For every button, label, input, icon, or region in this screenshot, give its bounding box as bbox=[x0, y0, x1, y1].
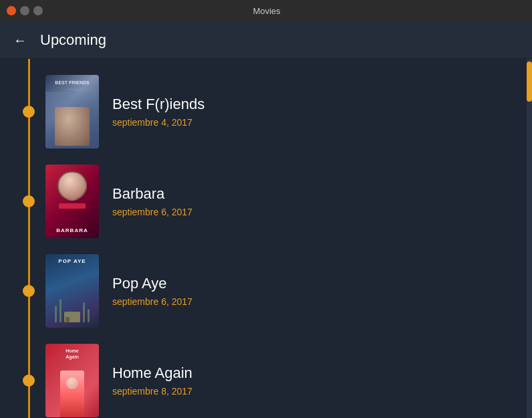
main-container: BEST FRIENDS · · · · · · Best F(r)iends … bbox=[0, 59, 532, 418]
list-item[interactable]: BEST FRIENDS · · · · · · Best F(r)iends … bbox=[0, 67, 532, 156]
movie-title: Home Again bbox=[112, 364, 192, 382]
timeline-dot bbox=[23, 106, 35, 118]
title-bar: Movies bbox=[0, 0, 532, 21]
back-button[interactable]: ← bbox=[11, 31, 29, 49]
timeline-dot bbox=[23, 285, 35, 297]
movie-info: Barbara septiembre 6, 2017 bbox=[112, 185, 192, 217]
movie-poster: BEST FRIENDS · · · · · · bbox=[45, 75, 99, 148]
movie-title: Barbara bbox=[112, 185, 192, 203]
movie-info: Home Again septiembre 8, 2017 bbox=[112, 364, 192, 397]
movie-poster: HomeAgain bbox=[45, 344, 99, 417]
timeline-dot bbox=[23, 375, 35, 387]
movie-info: Best F(r)iends septiembre 4, 2017 bbox=[112, 96, 205, 128]
app-header: ← Upcoming bbox=[0, 21, 532, 59]
movie-title: Best F(r)iends bbox=[112, 96, 205, 113]
movie-date: septiembre 8, 2017 bbox=[112, 386, 192, 397]
close-button[interactable] bbox=[7, 6, 16, 15]
movie-poster: POP AYE bbox=[45, 254, 99, 328]
scrollbar-thumb[interactable] bbox=[527, 62, 532, 102]
movie-poster: BARBARA bbox=[45, 165, 99, 238]
movie-title: Pop Aye bbox=[112, 275, 192, 292]
window-controls bbox=[7, 6, 43, 15]
list-item[interactable]: POP AYE Pop Aye se bbox=[0, 246, 532, 336]
minimize-button[interactable] bbox=[20, 6, 29, 15]
list-item[interactable]: BARBARA Barbara septiembre 6, 2017 bbox=[0, 156, 532, 246]
movie-date: septiembre 4, 2017 bbox=[112, 117, 205, 128]
timeline-dot bbox=[23, 195, 35, 207]
window-title: Movies bbox=[48, 6, 485, 16]
maximize-button[interactable] bbox=[33, 6, 43, 15]
movie-date: septiembre 6, 2017 bbox=[112, 207, 192, 217]
timeline: BEST FRIENDS · · · · · · Best F(r)iends … bbox=[0, 59, 532, 418]
movie-date: septiembre 6, 2017 bbox=[112, 296, 192, 307]
page-title: Upcoming bbox=[40, 31, 106, 49]
content-area: BEST FRIENDS · · · · · · Best F(r)iends … bbox=[0, 59, 532, 418]
scrollbar-track[interactable] bbox=[527, 59, 532, 418]
movie-info: Pop Aye septiembre 6, 2017 bbox=[112, 275, 192, 307]
list-item[interactable]: HomeAgain Home Again septiembre 8, 2017 bbox=[0, 336, 532, 418]
